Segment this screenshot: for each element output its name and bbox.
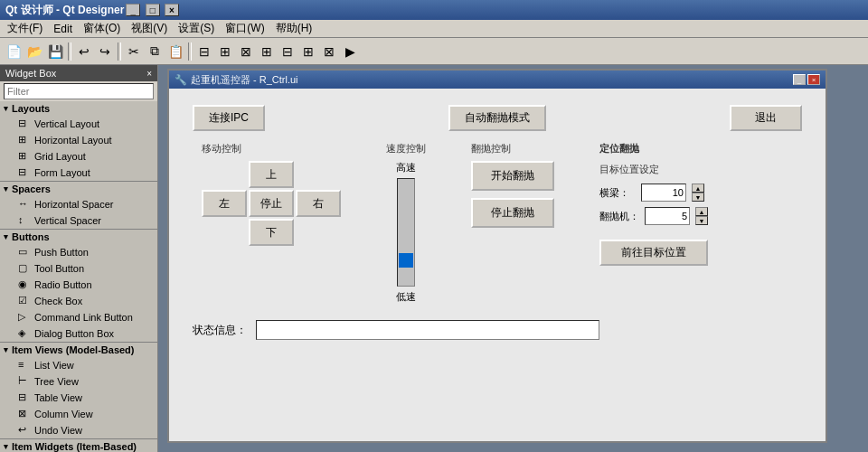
toolbar-redo[interactable]: ↪: [95, 42, 115, 61]
item-list-view[interactable]: List View: [0, 357, 157, 373]
section-buttons-label: Buttons: [12, 231, 50, 242]
layout-v-icon: [18, 118, 31, 130]
toolbar-new[interactable]: 📄: [4, 42, 24, 61]
item-column-view[interactable]: Column View: [0, 406, 157, 422]
section-buttons: Buttons Push Button Tool Button Radio Bu…: [0, 230, 157, 343]
menu-settings[interactable]: 设置(S): [173, 19, 220, 38]
item-tree-view-label: Tree View: [34, 376, 79, 387]
menu-window2[interactable]: 窗口(W): [220, 19, 269, 38]
item-table-view[interactable]: Table View: [0, 390, 157, 406]
flip-start-btn[interactable]: 开始翻抛: [471, 161, 554, 191]
toolbar-layout4[interactable]: ⊞: [257, 42, 277, 61]
machine-input[interactable]: [645, 207, 690, 225]
move-right-btn[interactable]: 右: [296, 190, 341, 217]
move-left-btn[interactable]: 左: [202, 190, 247, 217]
app-title-bar: Qt 设计师 - Qt Designer _ □ ×: [0, 0, 868, 20]
exit-btn[interactable]: 退出: [730, 105, 802, 131]
section-item-views: Item Views (Model-Based) List View Tree …: [0, 343, 157, 439]
move-stop-btn[interactable]: 停止: [249, 190, 294, 217]
item-v-spacer[interactable]: Vertical Spacer: [0, 212, 157, 229]
machine-spin-down[interactable]: ▼: [695, 216, 708, 225]
maximize-btn[interactable]: □: [146, 4, 160, 16]
toolbar-cut[interactable]: ✂: [124, 42, 144, 61]
item-grid-layout[interactable]: Grid Layout: [0, 148, 157, 165]
section-item-widgets: Item Widgets (Item-Based) List Widget: [0, 439, 157, 452]
form-content: 连接IPC 自动翻抛模式 退出 移动控制 上 左: [169, 89, 826, 441]
close-btn[interactable]: ×: [165, 4, 179, 16]
item-check-box[interactable]: Check Box: [0, 293, 157, 309]
item-push-button[interactable]: Push Button: [0, 244, 157, 260]
goto-target-btn[interactable]: 前往目标位置: [599, 240, 708, 266]
item-list-view-label: List View: [34, 360, 74, 371]
column-icon: [18, 408, 31, 420]
menu-help[interactable]: 帮助(H): [270, 19, 318, 38]
inner-close-btn[interactable]: ×: [807, 74, 820, 85]
menu-file[interactable]: 文件(F): [2, 19, 48, 38]
speed-thumb: [399, 253, 413, 268]
section-layouts-header[interactable]: Layouts: [0, 101, 157, 116]
toolbar-layout3[interactable]: ⊠: [236, 42, 256, 61]
move-section-label: 移动控制: [202, 142, 341, 155]
top-buttons-row: 连接IPC 自动翻抛模式 退出: [178, 98, 816, 135]
item-h-spacer[interactable]: Horizontal Spacer: [0, 196, 157, 212]
section-item-widgets-header[interactable]: Item Widgets (Item-Based): [0, 439, 157, 452]
toolbar-save[interactable]: 💾: [45, 42, 65, 61]
minimize-btn[interactable]: _: [126, 4, 140, 16]
tree-icon: [18, 375, 31, 388]
section-item-views-header[interactable]: Item Views (Model-Based): [0, 343, 157, 357]
form-icon: [18, 166, 31, 179]
toolbar-copy[interactable]: ⧉: [145, 42, 165, 61]
speed-slider[interactable]: [397, 178, 415, 287]
toolbar-undo[interactable]: ↩: [74, 42, 94, 61]
toolbar-layout1[interactable]: ⊟: [194, 42, 214, 61]
toolbar-layout2[interactable]: ⊞: [215, 42, 235, 61]
flip-stop-btn[interactable]: 停止翻抛: [471, 198, 554, 228]
item-h-spacer-label: Horizontal Spacer: [34, 199, 113, 210]
widget-box-close[interactable]: ×: [146, 69, 152, 79]
connect-ipc-btn[interactable]: 连接IPC: [193, 105, 265, 131]
toolbar-open[interactable]: 📂: [24, 42, 44, 61]
filter-input[interactable]: [4, 83, 154, 99]
move-up-btn[interactable]: 上: [249, 161, 294, 188]
item-command-link[interactable]: Command Link Button: [0, 309, 157, 325]
menu-view[interactable]: 视图(V): [126, 19, 173, 38]
item-radio-button[interactable]: Radio Button: [0, 277, 157, 293]
layout-h-icon: [18, 134, 31, 146]
list-icon: [18, 359, 31, 372]
menu-window[interactable]: 窗体(O): [78, 19, 126, 38]
menu-bar: 文件(F) Edit 窗体(O) 视图(V) 设置(S) 窗口(W) 帮助(H): [0, 20, 868, 38]
item-tool-button[interactable]: Tool Button: [0, 260, 157, 277]
menu-edit[interactable]: Edit: [48, 21, 78, 37]
grid-icon: [18, 150, 31, 163]
toolbar-layout7[interactable]: ⊠: [319, 42, 339, 61]
toolbar-paste[interactable]: 📋: [165, 42, 185, 61]
item-form-layout[interactable]: Form Layout: [0, 165, 157, 181]
table-icon: [18, 391, 31, 404]
item-form-layout-label: Form Layout: [34, 167, 90, 178]
item-tree-view[interactable]: Tree View: [0, 373, 157, 390]
widget-box-title-text: Widget Box: [5, 68, 56, 79]
inner-minimize-btn[interactable]: _: [793, 74, 806, 85]
machine-spin-up[interactable]: ▲: [695, 207, 708, 216]
section-spacers-header[interactable]: Spacers: [0, 182, 157, 196]
beam-input[interactable]: [641, 184, 686, 202]
item-undo-view[interactable]: Undo View: [0, 422, 157, 438]
status-input[interactable]: [256, 320, 599, 340]
inner-window-icon: 🔧: [175, 74, 187, 86]
toolbar-layout5[interactable]: ⊟: [278, 42, 297, 61]
speed-control-section: 速度控制 高速 低速: [386, 142, 426, 304]
move-down-btn[interactable]: 下: [249, 219, 294, 246]
auto-mode-btn[interactable]: 自动翻抛模式: [448, 105, 546, 131]
item-undo-view-label: Undo View: [34, 425, 82, 436]
beam-spin-up[interactable]: ▲: [692, 184, 704, 193]
check-icon: [18, 295, 31, 307]
toolbar-layout6[interactable]: ⊞: [298, 42, 318, 61]
section-buttons-header[interactable]: Buttons: [0, 230, 157, 244]
item-horizontal-layout[interactable]: Horizontal Layout: [0, 132, 157, 148]
item-dialog-button[interactable]: Dialog Button Box: [0, 325, 157, 342]
toolbar-preview[interactable]: ▶: [340, 42, 360, 61]
flip-buttons: 开始翻抛 停止翻抛: [471, 161, 554, 228]
section-spacers: Spacers Horizontal Spacer Vertical Space…: [0, 182, 157, 230]
item-vertical-layout[interactable]: Vertical Layout: [0, 116, 157, 132]
beam-spin-down[interactable]: ▼: [692, 193, 704, 202]
